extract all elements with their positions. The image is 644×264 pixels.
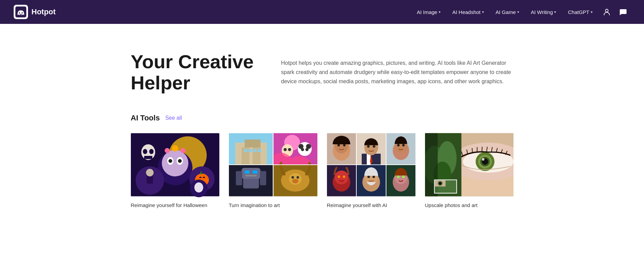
svg-point-44 xyxy=(288,148,291,151)
svg-rect-36 xyxy=(248,149,251,152)
svg-rect-37 xyxy=(254,149,257,152)
svg-rect-54 xyxy=(252,171,257,174)
hero-title-block: Your Creative Helper xyxy=(131,51,254,93)
svg-point-69 xyxy=(337,144,340,146)
chevron-down-icon: ▾ xyxy=(591,10,593,14)
svg-rect-55 xyxy=(245,175,257,177)
hero-description: Hotpot helps you create amazing graphics… xyxy=(281,58,513,86)
svg-rect-22 xyxy=(144,156,152,159)
svg-point-87 xyxy=(343,176,345,178)
tool-card-label-headshot: Reimagine yourself with AI xyxy=(327,202,415,208)
nav-item-ai-game[interactable]: AI Game ▾ xyxy=(491,6,524,18)
tool-card-headshot[interactable]: Reimagine yourself with AI xyxy=(327,131,415,208)
svg-point-17 xyxy=(146,169,153,176)
tool-card-image-upscale xyxy=(425,131,513,199)
nav-menu: AI Image ▾ AI Headshot ▾ AI Game ▾ AI Wr… xyxy=(412,5,630,18)
svg-point-81 xyxy=(397,144,399,146)
svg-point-85 xyxy=(334,171,348,185)
svg-line-114 xyxy=(472,148,472,153)
svg-point-62 xyxy=(296,176,299,178)
tool-card-image-art xyxy=(229,131,317,199)
svg-point-43 xyxy=(284,148,287,151)
svg-point-13 xyxy=(172,145,178,152)
tool-card-image-halloween xyxy=(131,131,219,199)
tools-header: AI Tools See all xyxy=(131,114,513,122)
nav-item-ai-headshot[interactable]: AI Headshot ▾ xyxy=(448,6,489,18)
svg-point-86 xyxy=(338,176,340,178)
svg-point-70 xyxy=(343,144,345,146)
tools-section: AI Tools See all xyxy=(117,114,527,229)
svg-point-20 xyxy=(143,149,147,154)
svg-point-49 xyxy=(305,148,308,151)
tool-card-upscale[interactable]: Upscale photos and art xyxy=(425,131,513,208)
svg-rect-73 xyxy=(367,154,370,165)
svg-rect-57 xyxy=(260,171,266,186)
svg-point-48 xyxy=(301,148,304,151)
hero-title: Your Creative Helper xyxy=(131,51,254,93)
svg-point-2 xyxy=(22,12,23,13)
svg-point-14 xyxy=(180,148,186,153)
svg-point-132 xyxy=(438,182,441,185)
svg-point-77 xyxy=(373,145,375,148)
svg-point-97 xyxy=(402,176,405,178)
see-all-link[interactable]: See all xyxy=(165,115,182,121)
svg-rect-56 xyxy=(236,171,242,186)
tools-heading: AI Tools xyxy=(131,114,160,122)
svg-point-1 xyxy=(19,12,20,13)
logo-icon xyxy=(14,5,28,19)
svg-point-12 xyxy=(164,148,169,153)
tool-card-halloween[interactable]: Reimagine yourself for Halloween xyxy=(131,131,219,208)
svg-point-111 xyxy=(482,158,484,161)
chevron-down-icon: ▾ xyxy=(439,10,441,14)
svg-rect-53 xyxy=(245,171,249,174)
chevron-down-icon: ▾ xyxy=(482,10,484,14)
svg-point-45 xyxy=(298,142,312,156)
svg-point-76 xyxy=(367,145,369,148)
svg-point-10 xyxy=(168,159,172,163)
brand-name: Hotpot xyxy=(31,8,56,16)
chevron-down-icon: ▾ xyxy=(517,10,519,14)
svg-rect-34 xyxy=(245,140,260,147)
tools-grid: Reimagine yourself for Halloween xyxy=(131,131,513,208)
tool-card-label-art: Turn imagination to art xyxy=(229,202,317,208)
svg-point-92 xyxy=(372,176,375,178)
svg-rect-38 xyxy=(258,149,261,152)
svg-point-82 xyxy=(402,144,405,146)
tool-card-image-headshot xyxy=(327,131,415,199)
tool-card-label-halloween: Reimagine yourself for Halloween xyxy=(131,202,219,208)
nav-item-ai-image[interactable]: AI Image ▾ xyxy=(412,6,446,18)
svg-line-116 xyxy=(482,147,482,152)
tool-card-label-upscale: Upscale photos and art xyxy=(425,202,513,208)
messages-button[interactable] xyxy=(616,5,630,18)
user-profile-button[interactable] xyxy=(600,5,614,18)
tool-card-art[interactable]: Turn imagination to art xyxy=(229,131,317,208)
svg-rect-52 xyxy=(242,168,261,179)
svg-point-21 xyxy=(149,149,153,154)
svg-point-96 xyxy=(397,176,399,178)
svg-point-7 xyxy=(162,150,188,177)
svg-point-29 xyxy=(194,182,203,193)
svg-point-91 xyxy=(367,176,370,178)
chevron-down-icon: ▾ xyxy=(554,10,556,14)
svg-rect-35 xyxy=(244,149,247,152)
svg-point-11 xyxy=(178,159,181,163)
nav-item-chatgpt[interactable]: ChatGPT ▾ xyxy=(563,6,598,18)
nav-item-ai-writing[interactable]: AI Writing ▾ xyxy=(526,6,561,18)
svg-point-3 xyxy=(605,9,608,12)
svg-point-61 xyxy=(291,176,294,178)
hero-section: Your Creative Helper Hotpot helps you cr… xyxy=(117,24,527,114)
navbar: Hotpot AI Image ▾ AI Headshot ▾ AI Game … xyxy=(0,0,644,24)
svg-point-63 xyxy=(292,179,299,184)
site-logo[interactable]: Hotpot xyxy=(14,5,56,19)
